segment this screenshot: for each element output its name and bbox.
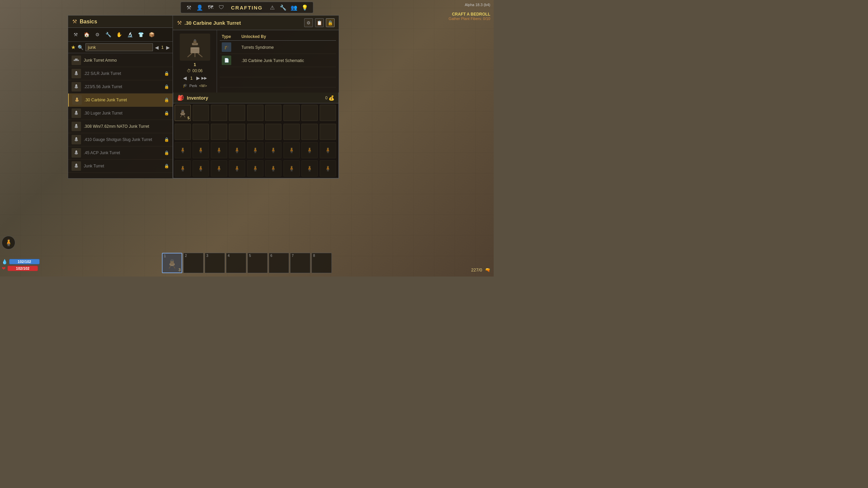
char-cell[interactable]: 🧍 (283, 142, 300, 158)
inv-cell[interactable] (193, 105, 209, 121)
search-icon: 🔍 (78, 45, 83, 50)
cat-craft-icon[interactable]: ⚒ (71, 30, 80, 39)
inv-cell[interactable] (283, 105, 300, 121)
inv-cell[interactable] (247, 124, 263, 140)
inv-cell[interactable] (193, 124, 209, 140)
hotbar-slot-8[interactable]: 8 (312, 253, 332, 273)
char-cell[interactable]: 🧍 (320, 142, 336, 158)
group-icon[interactable]: 👥 (290, 3, 298, 12)
list-item-selected[interactable]: .30 Carbine Junk Turret 🔒 (68, 94, 173, 107)
item-icon (72, 161, 81, 171)
inventory-icon: 🎒 (177, 95, 184, 101)
currency-value: 0 (325, 96, 328, 100)
char-cell[interactable]: 🧍 (193, 160, 209, 177)
inv-cell[interactable] (320, 124, 336, 140)
tool-icon[interactable]: 🔧 (279, 3, 287, 12)
inv-cell[interactable] (211, 105, 227, 121)
cat-box-icon[interactable]: 📦 (147, 30, 156, 39)
craft-max-button[interactable]: ▶▶ (201, 76, 207, 80)
cat-home-icon[interactable]: 🏠 (82, 30, 91, 39)
char-slot-icon: 🧍 (234, 147, 240, 154)
cat-hand-icon[interactable]: ✋ (114, 30, 124, 39)
char-cell[interactable]: 🧍 (265, 142, 281, 158)
inv-cell[interactable] (175, 124, 191, 140)
cat-shirt-icon[interactable]: 👕 (136, 30, 145, 39)
star-button[interactable]: ★ (71, 44, 76, 50)
qty-left-arrow[interactable]: ◀ (155, 45, 159, 50)
hotbar-slot-1[interactable]: 1 3 (162, 253, 182, 273)
char-cell[interactable]: 🧍 (247, 142, 263, 158)
info-icon: 📋 (315, 18, 324, 27)
inv-cell[interactable]: 5 (175, 105, 191, 121)
health-text: 102/102 (8, 266, 38, 271)
craft-controls: ◀ 1 ▶ ▶▶ (183, 75, 207, 81)
cat-wrench-icon[interactable]: 🔧 (103, 30, 113, 39)
inv-cell[interactable] (265, 105, 281, 121)
char-cell[interactable]: 🧍 (247, 160, 263, 177)
player-icon[interactable]: 👤 (196, 3, 204, 12)
detail-header: ⚒ .30 Carbine Junk Turret ⚙ 📋 🔒 (173, 16, 339, 30)
hammer-icon[interactable]: ⚒ (185, 3, 193, 12)
char-cell[interactable]: 🧍 (320, 160, 336, 177)
player-stats: 💧 102/102 ❤ 102/102 (2, 259, 40, 272)
right-panel: ⚒ .30 Carbine Junk Turret ⚙ 📋 🔒 (173, 15, 339, 179)
hotbar-slot-7[interactable]: 7 (290, 253, 311, 273)
char-cell[interactable]: 🧍 (283, 160, 300, 177)
turret-svg (183, 36, 207, 58)
inv-cell[interactable] (211, 124, 227, 140)
preview-quantity: 1 (194, 62, 196, 67)
inv-cell[interactable] (229, 124, 245, 140)
lock-detail-icon: 🔒 (326, 18, 335, 27)
perk-icon: 🎓 (183, 83, 188, 88)
lock-icon: 🔒 (164, 84, 169, 89)
char-cell[interactable]: 🧍 (301, 160, 318, 177)
hotbar-slot-4[interactable]: 4 (226, 253, 246, 273)
inv-cell[interactable] (247, 105, 263, 121)
hotbar-slot-2[interactable]: 2 (183, 253, 204, 273)
char-cell[interactable]: 🧍 (193, 142, 209, 158)
list-item[interactable]: .22 S/LR Junk Turret 🔒 (68, 67, 173, 80)
qty-right-arrow[interactable]: ▶ (166, 45, 170, 50)
map-icon[interactable]: 🗺 (206, 3, 215, 12)
craft-qty-right[interactable]: ▶ (196, 75, 200, 81)
list-item[interactable]: .308 Win/7.62mm NATO Junk Turret (68, 120, 173, 133)
inv-cell[interactable] (320, 105, 336, 121)
list-item[interactable]: .223/5.56 Junk Turret 🔒 (68, 80, 173, 94)
svg-rect-0 (74, 60, 79, 61)
cat-gear-icon[interactable]: ⚙ (93, 30, 102, 39)
char-cell[interactable]: 🧍 (175, 160, 191, 177)
hotbar-slot-6[interactable]: 6 (269, 253, 289, 273)
list-item[interactable]: .30 Luger Junk Turret 🔒 (68, 107, 173, 120)
inv-cell[interactable] (283, 124, 300, 140)
char-cell[interactable]: 🧍 (229, 160, 245, 177)
craft-qty-left[interactable]: ◀ (183, 75, 187, 81)
list-item[interactable]: Junk Turret Ammo (68, 54, 173, 67)
char-cell[interactable]: 🧍 (211, 160, 227, 177)
char-cell[interactable]: 🧍 (175, 142, 191, 158)
inv-cell[interactable] (301, 105, 318, 121)
cat-science-icon[interactable]: 🔬 (125, 30, 135, 39)
inv-cell[interactable] (265, 124, 281, 140)
hotbar-slot-3[interactable]: 3 (205, 253, 225, 273)
list-item[interactable]: .45 ACP Junk Turret 🔒 (68, 146, 173, 160)
item-icon (72, 148, 81, 158)
lightbulb-icon[interactable]: 💡 (301, 3, 309, 12)
inv-cell[interactable] (301, 124, 318, 140)
list-item[interactable]: Junk Turret 🔒 (68, 160, 173, 173)
char-slot-icon: 🧍 (179, 147, 186, 154)
char-cell[interactable]: 🧍 (229, 142, 245, 158)
char-cell[interactable]: 🧍 (301, 142, 318, 158)
alert-icon[interactable]: ⚠ (268, 3, 276, 12)
quest-subtitle: Gather Plant Fibers: 0/10 (449, 17, 490, 21)
char-cell[interactable]: 🧍 (265, 160, 281, 177)
inv-cell[interactable] (229, 105, 245, 121)
inventory-title-area: 🎒 Inventory (177, 95, 208, 101)
hotbar-slot-5[interactable]: 5 (248, 253, 268, 273)
req-row-perk: 🎓 Turrets Syndrome (220, 41, 336, 54)
svg-rect-7 (76, 84, 77, 86)
svg-line-30 (188, 53, 192, 57)
list-item[interactable]: .410 Gauge Shotgun Slug Junk Turret 🔒 (68, 133, 173, 146)
shield-icon[interactable]: 🛡 (217, 3, 225, 12)
search-input[interactable] (85, 43, 153, 51)
char-cell[interactable]: 🧍 (211, 142, 227, 158)
